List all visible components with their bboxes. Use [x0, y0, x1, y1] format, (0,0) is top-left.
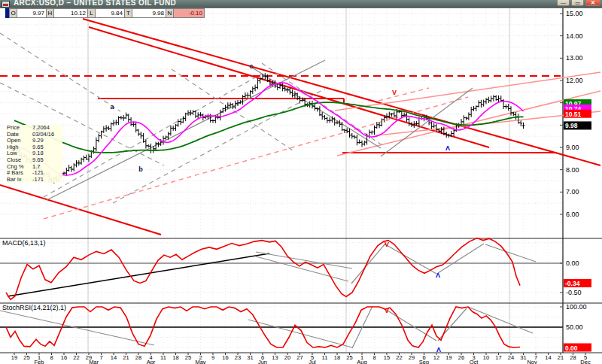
svg-text:10: 10 — [483, 354, 489, 361]
quote-bar: O9.97H10.12L9.84T9.98N-0.10 — [5, 8, 205, 18]
svg-text:24: 24 — [508, 354, 514, 361]
svg-text:50.00: 50.00 — [566, 323, 583, 331]
quote-N-value: -0.10 — [173, 8, 205, 18]
svg-text:28: 28 — [135, 354, 141, 361]
crosshair-info-panel: Price7.2064Date03/04/16Open9.29High9.65L… — [7, 125, 62, 183]
price-chart[interactable]: 15.0014.0013.0012.0011.0010.009.008.007.… — [0, 0, 602, 364]
svg-text:Oct: Oct — [470, 359, 479, 364]
svg-text:7.00: 7.00 — [566, 188, 579, 196]
svg-text:Apr: Apr — [147, 359, 156, 364]
svg-text:-0.34: -0.34 — [565, 280, 580, 287]
svg-text:19: 19 — [445, 354, 451, 361]
info-row: Bar Ix-171 — [7, 177, 62, 184]
app-window: { "window": { "title": "ARCX:USO,D – UNI… — [0, 0, 602, 364]
quote-L-value: 9.84 — [95, 8, 125, 18]
svg-text:14: 14 — [111, 354, 117, 361]
svg-text:Aug: Aug — [357, 359, 366, 364]
maximize-button[interactable]: ▭ — [571, 0, 584, 6]
svg-text:26: 26 — [458, 354, 464, 361]
annotation-V: V — [385, 241, 389, 248]
annotation-V: V — [385, 307, 389, 314]
quote-O-value: 9.97 — [17, 8, 47, 18]
annotation-b: b — [138, 165, 143, 173]
close-button[interactable]: ✕ — [585, 0, 600, 6]
svg-text:11: 11 — [322, 354, 328, 361]
svg-text:22: 22 — [396, 354, 402, 361]
stochrsi-indicator-label: StochRSI(14,21(2),1) — [2, 304, 66, 311]
annotation-Λ: Λ — [445, 144, 450, 152]
window-controls: —▭✕ — [557, 0, 600, 6]
svg-text:25: 25 — [346, 354, 352, 361]
svg-text:0.00: 0.00 — [565, 344, 578, 352]
svg-text:18: 18 — [334, 354, 340, 361]
svg-text:Feb: Feb — [35, 359, 44, 364]
price-trendlines — [0, 19, 600, 235]
svg-text:27: 27 — [296, 354, 303, 361]
macd-panel: VΛ0.00-0.50-0.34 — [0, 238, 591, 300]
svg-text:18: 18 — [172, 354, 178, 361]
svg-text:21: 21 — [558, 354, 564, 361]
svg-text:13.00: 13.00 — [566, 54, 583, 62]
svg-text:9: 9 — [211, 354, 214, 361]
svg-text:14: 14 — [545, 354, 551, 361]
grid — [0, 8, 563, 352]
svg-text:23: 23 — [235, 354, 241, 361]
svg-text:10.51: 10.51 — [565, 111, 582, 118]
svg-text:Jul: Jul — [309, 359, 316, 364]
app-icon — [2, 1, 10, 8]
svg-text:-0.50: -0.50 — [566, 289, 582, 296]
minimize-button[interactable]: — — [557, 0, 570, 6]
annotation-Λ: Λ — [436, 271, 440, 279]
panel-separators — [0, 238, 602, 353]
svg-text:25: 25 — [185, 354, 191, 361]
window-title: ARCX:USO,D – UNITED STATES OIL FUND — [14, 0, 176, 7]
time-axis: 1925181622297142128411182529162331613202… — [11, 353, 591, 364]
price-axis: 15.0014.0013.0012.0011.0010.009.008.007.… — [560, 8, 583, 353]
svg-text:8: 8 — [372, 354, 375, 361]
svg-text:7: 7 — [99, 354, 102, 361]
svg-text:20: 20 — [284, 354, 290, 361]
svg-text:21: 21 — [123, 354, 129, 361]
svg-text:0.00: 0.00 — [566, 259, 579, 267]
svg-text:14.00: 14.00 — [566, 32, 583, 40]
svg-text:8.00: 8.00 — [566, 166, 579, 174]
svg-text:11: 11 — [160, 354, 166, 361]
svg-text:Jun: Jun — [258, 359, 267, 364]
svg-text:17: 17 — [495, 354, 501, 361]
svg-text:9.00: 9.00 — [566, 144, 579, 151]
svg-text:13: 13 — [272, 354, 278, 361]
svg-text:15.00: 15.00 — [566, 10, 583, 17]
annotation-V: V — [392, 89, 397, 96]
svg-text:100.00: 100.00 — [566, 303, 587, 311]
svg-text:16: 16 — [222, 354, 228, 361]
svg-text:8: 8 — [50, 354, 53, 361]
window-titlebar[interactable]: ARCX:USO,D – UNITED STATES OIL FUND —▭✕ — [0, 0, 602, 8]
quote-H-value: 10.12 — [53, 8, 88, 18]
macd-line — [6, 238, 520, 300]
svg-text:15: 15 — [384, 354, 390, 361]
svg-text:28: 28 — [570, 354, 576, 361]
svg-text:6.00: 6.00 — [566, 211, 579, 218]
svg-text:Dec: Dec — [580, 359, 591, 364]
quote-T-value: 9.98 — [132, 8, 166, 18]
annotation-c: c — [249, 62, 253, 70]
svg-text:May: May — [195, 359, 205, 364]
svg-text:22: 22 — [73, 354, 79, 361]
svg-text:Nov: Nov — [527, 359, 537, 364]
svg-text:16: 16 — [61, 354, 67, 361]
svg-text:9.98: 9.98 — [565, 122, 578, 129]
svg-text:Mar: Mar — [89, 359, 99, 364]
svg-text:31: 31 — [247, 354, 253, 361]
svg-text:25: 25 — [23, 354, 29, 361]
annotation-Λ: Λ — [436, 346, 441, 353]
macd-indicator-label: MACD(6,13,1) — [2, 239, 46, 247]
svg-text:29: 29 — [409, 354, 415, 361]
svg-text:12: 12 — [433, 354, 439, 361]
svg-text:31: 31 — [520, 354, 526, 361]
svg-text:19: 19 — [11, 354, 17, 361]
price-tags: 10.9710.7410.519.98 — [564, 99, 591, 129]
svg-text:Sep: Sep — [419, 359, 429, 364]
svg-text:12.00: 12.00 — [566, 77, 583, 84]
